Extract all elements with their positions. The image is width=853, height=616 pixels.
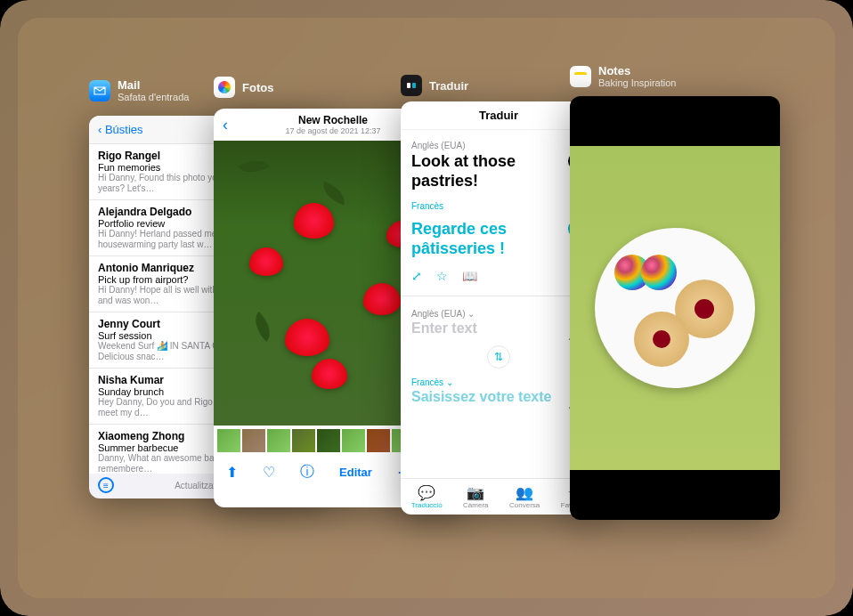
notes-icon [570, 66, 591, 87]
ipad-frame: Mail Safata d'entrada Fotos Traduir Note… [0, 0, 853, 616]
input-source-lang[interactable]: Anglès (EUA) ⌄ [411, 309, 586, 319]
tab-càmera[interactable]: 📷Càmera [463, 484, 488, 509]
expand-icon[interactable]: ⤢ [411, 269, 422, 283]
swap-languages-button[interactable]: ⇅ [487, 345, 510, 369]
target-input[interactable]: Saisissez votre texte [411, 389, 586, 405]
svg-rect-0 [407, 83, 410, 88]
input-target-lang[interactable]: Francès ⌄ [411, 377, 586, 387]
notes-card[interactable] [570, 96, 780, 520]
favorite-icon[interactable]: ☆ [436, 269, 448, 283]
app-label-notes[interactable]: Notes Baking Inspiration [570, 64, 676, 88]
share-icon[interactable]: ⬆ [226, 464, 238, 481]
translate-card[interactable]: Traduir ⊕ Anglès (EUA) ▶ Look at those p… [401, 101, 597, 515]
tab-icon: 👥 [509, 484, 540, 501]
source-lang-label: Anglès (EUA) [411, 141, 586, 150]
info-icon[interactable]: ⓘ [300, 463, 314, 482]
app-label-photos[interactable]: Fotos [214, 77, 273, 98]
app-subtitle: Baking Inspiration [598, 77, 676, 88]
app-switcher[interactable]: Mail Safata d'entrada Fotos Traduir Note… [0, 0, 853, 616]
edit-button[interactable]: Editar [339, 466, 372, 479]
svg-rect-1 [412, 83, 416, 88]
note-image[interactable] [570, 146, 780, 470]
app-label-translate[interactable]: Traduir [401, 75, 468, 96]
tab-icon: 📷 [463, 484, 488, 501]
photos-icon [214, 77, 235, 98]
translate-icon [401, 75, 422, 96]
mail-icon [89, 80, 110, 101]
app-title: Fotos [242, 81, 273, 94]
translate-header: Traduir ⊕ [401, 101, 597, 130]
tab-conversa[interactable]: 👥Conversa [509, 484, 540, 509]
app-title: Traduir [429, 79, 468, 93]
tab-traducció[interactable]: 💬Traducció [411, 484, 443, 509]
translate-tabbar: 💬Traducció📷Càmera👥Conversa★Favorits [401, 478, 597, 515]
filter-icon[interactable]: ≡ [98, 477, 114, 493]
app-title: Mail [118, 78, 140, 92]
app-label-mail[interactable]: Mail Safata d'entrada [89, 78, 189, 102]
tab-icon: 💬 [411, 484, 443, 501]
mail-back-button[interactable]: ‹ Bústies [98, 123, 143, 136]
app-subtitle: Safata d'entrada [118, 92, 189, 102]
heart-icon[interactable]: ♡ [263, 464, 275, 481]
source-input[interactable]: Enter text [411, 320, 586, 336]
dictionary-icon[interactable]: 📖 [462, 269, 477, 283]
source-text: Look at those pastries! [411, 152, 586, 190]
app-title: Notes [598, 64, 630, 77]
target-lang-label: Francès [411, 201, 586, 211]
target-text: Regarde ces pâtisseries ! [411, 220, 586, 258]
